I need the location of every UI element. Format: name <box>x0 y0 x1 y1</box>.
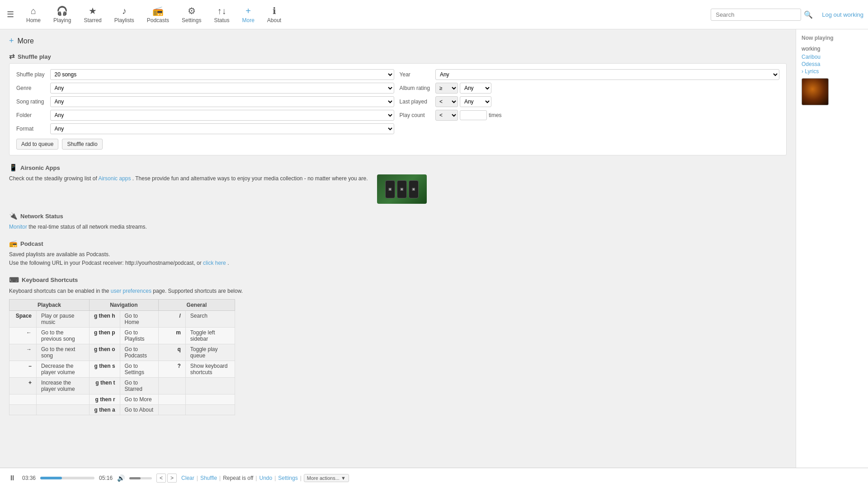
format-select[interactable]: Any <box>50 123 394 134</box>
page-title: + More <box>9 36 787 46</box>
now-playing-album2[interactable]: Odessa <box>802 61 863 67</box>
form-actions: Add to queue Shuffle radio <box>16 139 779 150</box>
nav-item-playing[interactable]: 🎧 Playing <box>48 2 76 27</box>
play-count-input[interactable] <box>460 110 487 120</box>
pb-desc: Play or pause music <box>37 310 90 327</box>
nav-label-starred: Starred <box>84 17 101 23</box>
shuffle-radio-button[interactable]: Shuffle radio <box>62 139 102 150</box>
click-here-link[interactable]: click here <box>203 260 226 266</box>
shuffle-play-count-select[interactable]: 20 songs 10 songs 30 songs 50 songs <box>50 69 394 80</box>
more-actions-dropdown[interactable]: More actions... ▼ <box>304 474 349 482</box>
nav-item-settings[interactable]: ⚙ Settings <box>176 2 207 27</box>
album-rating-label: Album rating <box>400 85 430 91</box>
hamburger-icon[interactable]: ☰ <box>5 7 16 22</box>
nav-item-playlists[interactable]: ♪ Playlists <box>109 2 140 27</box>
page-title-icon: + <box>9 36 14 46</box>
now-playing-title: Now playing <box>802 35 863 41</box>
last-played-field: <> Any <box>435 96 779 107</box>
nav-label-playlists: Playlists <box>114 17 134 23</box>
progress-bar[interactable] <box>40 477 94 479</box>
table-row: Space Play or pause music g then h Go to… <box>9 310 235 327</box>
volume-icon[interactable]: 🔊 <box>117 474 125 482</box>
pb-desc: Go to the previous song <box>37 327 90 344</box>
nav-desc: Go to About <box>120 404 158 415</box>
gen-key: m <box>158 327 185 344</box>
album-rating-value[interactable]: Any <box>460 83 491 94</box>
apps-text-before: Check out the steadily growing list of <box>9 175 97 182</box>
network-icon: 🔌 <box>9 212 18 220</box>
shuffle-play-form: Shuffle play 20 songs 10 songs 30 songs … <box>9 63 787 155</box>
shuffle-play-count-label: Shuffle play <box>16 71 45 78</box>
repeat-status: Repeat is off <box>223 475 253 481</box>
nav-item-starred[interactable]: ★ Starred <box>78 2 107 27</box>
nav-key: g then a <box>89 404 120 415</box>
add-to-queue-button[interactable]: Add to queue <box>16 139 58 150</box>
shuffle-button[interactable]: Shuffle <box>200 475 217 481</box>
podcast-title: 📻 Podcast <box>9 239 787 248</box>
table-row: – Decrease the player volume g then s Go… <box>9 361 235 377</box>
podcast-line2-before: Use the following URL in your Podcast re… <box>9 260 202 266</box>
search-button[interactable]: 🔍 <box>804 10 813 19</box>
nav-label-home: Home <box>26 17 41 23</box>
nav-key: g then o <box>89 344 120 361</box>
table-row: → Go to the next song g then o Go to Pod… <box>9 344 235 361</box>
play-count-op[interactable]: <> <box>435 110 458 121</box>
now-playing-album[interactable]: Caribou <box>802 54 863 60</box>
gen-desc: Show keyboard shortcuts <box>185 361 235 377</box>
last-played-label: Last played <box>400 99 430 105</box>
podcast-label: Podcast <box>20 240 43 247</box>
genre-select[interactable]: Any <box>50 83 394 94</box>
nav-label-more: More <box>242 17 255 23</box>
album-rating-op[interactable]: ≥≤ <box>435 83 458 94</box>
airsonic-apps-link[interactable]: Airsonic apps <box>98 175 131 182</box>
nav-desc: Go to Podcasts <box>120 344 158 361</box>
shuffle-play-title: ⇄ Shuffle play <box>9 52 787 61</box>
nav-key: g then p <box>89 327 120 344</box>
nav-item-more[interactable]: + More <box>237 2 260 27</box>
year-select[interactable]: Any <box>435 69 779 80</box>
playlist-icon: ♪ <box>122 6 127 16</box>
podcast-text: Saved playlists are available as Podcast… <box>9 250 787 267</box>
shuffle-play-section: ⇄ Shuffle play Shuffle play 20 songs 10 … <box>9 52 787 155</box>
keyboard-shortcuts-intro: Keyboard shortcuts can be enabled in the… <box>9 287 787 296</box>
pb-key: ← <box>9 327 37 344</box>
gen-desc: Search <box>185 310 235 327</box>
nav-key: g then t <box>89 377 120 394</box>
content-area: + More ⇄ Shuffle play Shuffle play 20 so… <box>0 29 796 468</box>
apps-image: ▣ ▣ ▣ <box>377 174 427 204</box>
undo-button[interactable]: Undo <box>259 475 272 481</box>
podcast-icon: 📻 <box>152 5 164 16</box>
home-icon: ⌂ <box>31 6 36 16</box>
prev-nav-button[interactable]: < <box>156 474 166 483</box>
next-nav-button[interactable]: > <box>167 474 177 483</box>
airsonic-apps-section: 📱 Airsonic Apps Check out the steadily g… <box>9 164 787 204</box>
play-count-suffix: times <box>489 112 502 118</box>
form-grid: Shuffle play 20 songs 10 songs 30 songs … <box>16 69 779 134</box>
table-row: + Increase the player volume g then t Go… <box>9 377 235 394</box>
nav-item-podcasts[interactable]: 📻 Podcasts <box>142 2 175 27</box>
song-rating-select[interactable]: Any <box>50 96 394 107</box>
right-panel: Now playing working Caribou Odessa › Lyr… <box>796 29 868 468</box>
last-played-value[interactable]: Any <box>460 96 491 107</box>
shortcuts-intro-before: Keyboard shortcuts can be enabled in the <box>9 288 109 294</box>
user-preferences-link[interactable]: user preferences <box>111 288 151 294</box>
playing-icon: 🎧 <box>57 5 68 16</box>
logout-button[interactable]: Log out working <box>822 11 863 18</box>
last-played-op[interactable]: <> <box>435 96 458 107</box>
nav-item-status[interactable]: ↑↓ Status <box>208 2 235 27</box>
player-settings-button[interactable]: Settings <box>278 475 297 481</box>
clear-button[interactable]: Clear <box>181 475 194 481</box>
folder-select[interactable]: Any <box>50 110 394 121</box>
song-rating-label: Song rating <box>16 99 45 105</box>
volume-bar[interactable] <box>129 477 152 479</box>
now-playing-lyrics[interactable]: › Lyrics <box>802 68 863 75</box>
pause-button[interactable]: ⏸ <box>7 473 18 483</box>
pb-desc <box>37 394 90 404</box>
table-row: g then a Go to About <box>9 404 235 415</box>
search-input[interactable] <box>711 9 801 21</box>
phone1: ▣ <box>385 180 395 198</box>
nav-item-about[interactable]: ℹ About <box>262 2 287 27</box>
monitor-link[interactable]: Monitor <box>9 224 27 230</box>
now-playing-artist: working <box>802 46 863 52</box>
nav-item-home[interactable]: ⌂ Home <box>21 2 46 27</box>
